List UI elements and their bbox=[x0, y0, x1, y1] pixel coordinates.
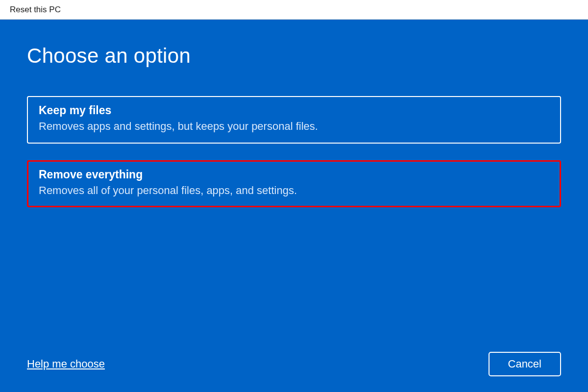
page-heading: Choose an option bbox=[27, 44, 561, 68]
option-description: Removes apps and settings, but keeps you… bbox=[39, 119, 549, 134]
option-remove-everything[interactable]: Remove everything Removes all of your pe… bbox=[27, 160, 561, 208]
footer: Help me choose Cancel bbox=[27, 352, 561, 376]
help-me-choose-link[interactable]: Help me choose bbox=[27, 358, 105, 370]
option-title: Keep my files bbox=[39, 104, 549, 117]
cancel-button[interactable]: Cancel bbox=[489, 352, 561, 376]
option-keep-my-files[interactable]: Keep my files Removes apps and settings,… bbox=[27, 96, 561, 144]
titlebar: Reset this PC bbox=[0, 0, 588, 20]
main-panel: Choose an option Keep my files Removes a… bbox=[0, 20, 588, 392]
option-title: Remove everything bbox=[39, 168, 549, 181]
option-description: Removes all of your personal files, apps… bbox=[39, 183, 549, 198]
options-list: Keep my files Removes apps and settings,… bbox=[27, 96, 561, 207]
window-title: Reset this PC bbox=[10, 5, 61, 15]
